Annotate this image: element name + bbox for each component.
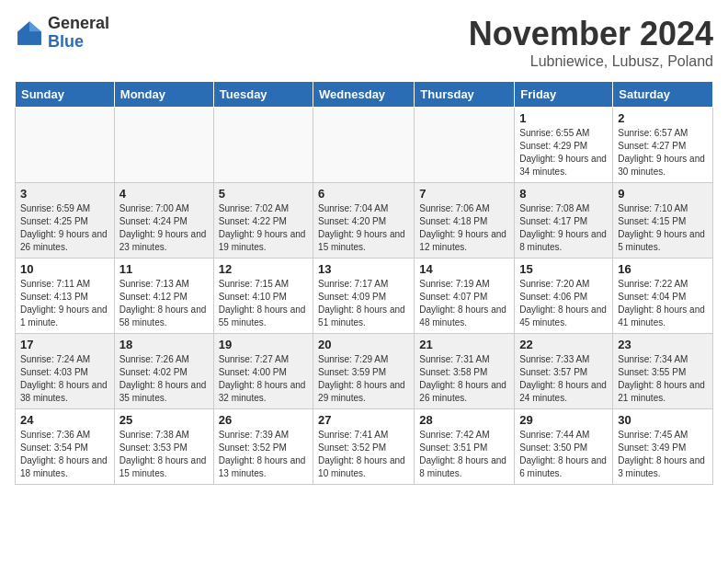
- day-info: Sunrise: 7:38 AM Sunset: 3:53 PM Dayligh…: [119, 429, 209, 480]
- calendar-day-cell: 19Sunrise: 7:27 AM Sunset: 4:00 PM Dayli…: [213, 334, 313, 409]
- day-number: 4: [119, 187, 209, 201]
- svg-marker-1: [29, 21, 41, 31]
- day-number: 17: [20, 338, 109, 351]
- day-number: 20: [318, 338, 409, 351]
- calendar-day-cell: 10Sunrise: 7:11 AM Sunset: 4:13 PM Dayli…: [16, 259, 115, 334]
- day-info: Sunrise: 7:34 AM Sunset: 3:55 PM Dayligh…: [618, 353, 708, 405]
- title-area: November 2024 Lubniewice, Lubusz, Poland: [469, 15, 713, 70]
- day-info: Sunrise: 7:31 AM Sunset: 3:58 PM Dayligh…: [419, 353, 509, 405]
- day-info: Sunrise: 7:17 AM Sunset: 4:09 PM Dayligh…: [318, 278, 409, 329]
- calendar-day-cell: 6Sunrise: 7:04 AM Sunset: 4:20 PM Daylig…: [313, 183, 415, 259]
- calendar-day-cell: 15Sunrise: 7:20 AM Sunset: 4:06 PM Dayli…: [515, 259, 613, 334]
- calendar-day-cell: 16Sunrise: 7:22 AM Sunset: 4:04 PM Dayli…: [613, 259, 713, 334]
- calendar-day-cell: 17Sunrise: 7:24 AM Sunset: 4:03 PM Dayli…: [16, 334, 115, 409]
- calendar-day-cell: 8Sunrise: 7:08 AM Sunset: 4:17 PM Daylig…: [515, 183, 613, 259]
- weekday-header-sunday: Sunday: [16, 82, 115, 108]
- calendar-week-row: 10Sunrise: 7:11 AM Sunset: 4:13 PM Dayli…: [16, 259, 713, 334]
- day-info: Sunrise: 7:20 AM Sunset: 4:06 PM Dayligh…: [519, 278, 608, 329]
- calendar-day-cell: 20Sunrise: 7:29 AM Sunset: 3:59 PM Dayli…: [313, 334, 415, 409]
- day-number: 27: [318, 413, 409, 427]
- day-number: 15: [519, 262, 608, 276]
- calendar-day-cell: [16, 108, 115, 183]
- calendar-day-cell: 13Sunrise: 7:17 AM Sunset: 4:09 PM Dayli…: [313, 259, 415, 334]
- calendar-day-cell: 7Sunrise: 7:06 AM Sunset: 4:18 PM Daylig…: [415, 183, 515, 259]
- day-number: 13: [318, 262, 409, 276]
- day-number: 6: [318, 187, 409, 201]
- day-number: 7: [419, 187, 509, 201]
- day-number: 22: [519, 338, 608, 351]
- day-number: 25: [119, 413, 209, 427]
- calendar-week-row: 24Sunrise: 7:36 AM Sunset: 3:54 PM Dayli…: [16, 409, 713, 485]
- calendar-day-cell: 24Sunrise: 7:36 AM Sunset: 3:54 PM Dayli…: [16, 409, 115, 485]
- day-number: 14: [419, 262, 509, 276]
- day-info: Sunrise: 6:55 AM Sunset: 4:29 PM Dayligh…: [519, 127, 608, 178]
- day-number: 11: [119, 262, 209, 276]
- calendar-day-cell: [313, 108, 415, 183]
- calendar-day-cell: 25Sunrise: 7:38 AM Sunset: 3:53 PM Dayli…: [114, 409, 213, 485]
- weekday-header-friday: Friday: [515, 82, 613, 108]
- logo: General Blue: [15, 15, 109, 52]
- day-info: Sunrise: 7:27 AM Sunset: 4:00 PM Dayligh…: [219, 353, 308, 405]
- day-info: Sunrise: 7:29 AM Sunset: 3:59 PM Dayligh…: [318, 353, 409, 405]
- calendar-week-row: 3Sunrise: 6:59 AM Sunset: 4:25 PM Daylig…: [16, 183, 713, 259]
- day-number: 2: [618, 111, 708, 125]
- day-number: 1: [519, 111, 608, 125]
- day-info: Sunrise: 7:10 AM Sunset: 4:15 PM Dayligh…: [618, 202, 708, 254]
- weekday-header-saturday: Saturday: [613, 82, 713, 108]
- day-info: Sunrise: 6:59 AM Sunset: 4:25 PM Dayligh…: [20, 202, 109, 254]
- day-info: Sunrise: 7:33 AM Sunset: 3:57 PM Dayligh…: [519, 353, 608, 405]
- day-number: 28: [419, 413, 509, 427]
- svg-rect-2: [17, 31, 41, 44]
- day-number: 8: [519, 187, 608, 201]
- day-info: Sunrise: 7:42 AM Sunset: 3:51 PM Dayligh…: [419, 429, 509, 480]
- calendar-day-cell: 18Sunrise: 7:26 AM Sunset: 4:02 PM Dayli…: [114, 334, 213, 409]
- day-info: Sunrise: 7:08 AM Sunset: 4:17 PM Dayligh…: [519, 202, 608, 254]
- day-info: Sunrise: 7:04 AM Sunset: 4:20 PM Dayligh…: [318, 202, 409, 254]
- weekday-header-tuesday: Tuesday: [213, 82, 313, 108]
- day-info: Sunrise: 7:13 AM Sunset: 4:12 PM Dayligh…: [119, 278, 209, 329]
- calendar-day-cell: 21Sunrise: 7:31 AM Sunset: 3:58 PM Dayli…: [415, 334, 515, 409]
- day-info: Sunrise: 7:22 AM Sunset: 4:04 PM Dayligh…: [618, 278, 708, 329]
- location: Lubniewice, Lubusz, Poland: [469, 53, 713, 70]
- month-title: November 2024: [469, 15, 713, 53]
- day-number: 21: [419, 338, 509, 351]
- calendar-day-cell: [415, 108, 515, 183]
- weekday-header-thursday: Thursday: [415, 82, 515, 108]
- day-number: 26: [219, 413, 308, 427]
- calendar-day-cell: [114, 108, 213, 183]
- calendar-day-cell: 5Sunrise: 7:02 AM Sunset: 4:22 PM Daylig…: [213, 183, 313, 259]
- logo-text: General Blue: [48, 15, 109, 52]
- day-info: Sunrise: 7:11 AM Sunset: 4:13 PM Dayligh…: [20, 278, 109, 329]
- calendar-day-cell: 27Sunrise: 7:41 AM Sunset: 3:52 PM Dayli…: [313, 409, 415, 485]
- day-info: Sunrise: 6:57 AM Sunset: 4:27 PM Dayligh…: [618, 127, 708, 178]
- day-number: 9: [618, 187, 708, 201]
- calendar-day-cell: 2Sunrise: 6:57 AM Sunset: 4:27 PM Daylig…: [613, 108, 713, 183]
- day-number: 12: [219, 262, 308, 276]
- calendar-day-cell: 4Sunrise: 7:00 AM Sunset: 4:24 PM Daylig…: [114, 183, 213, 259]
- calendar-day-cell: 12Sunrise: 7:15 AM Sunset: 4:10 PM Dayli…: [213, 259, 313, 334]
- calendar-week-row: 17Sunrise: 7:24 AM Sunset: 4:03 PM Dayli…: [16, 334, 713, 409]
- weekday-header-monday: Monday: [114, 82, 213, 108]
- weekday-header-wednesday: Wednesday: [313, 82, 415, 108]
- logo-general-text: General: [48, 15, 109, 33]
- page-header: General Blue November 2024 Lubniewice, L…: [15, 15, 713, 70]
- calendar-day-cell: 1Sunrise: 6:55 AM Sunset: 4:29 PM Daylig…: [515, 108, 613, 183]
- calendar-day-cell: [213, 108, 313, 183]
- day-number: 16: [618, 262, 708, 276]
- day-info: Sunrise: 7:15 AM Sunset: 4:10 PM Dayligh…: [219, 278, 308, 329]
- day-number: 30: [618, 413, 708, 427]
- day-info: Sunrise: 7:02 AM Sunset: 4:22 PM Dayligh…: [219, 202, 308, 254]
- day-number: 19: [219, 338, 308, 351]
- calendar-day-cell: 11Sunrise: 7:13 AM Sunset: 4:12 PM Dayli…: [114, 259, 213, 334]
- day-number: 10: [20, 262, 109, 276]
- day-info: Sunrise: 7:19 AM Sunset: 4:07 PM Dayligh…: [419, 278, 509, 329]
- day-info: Sunrise: 7:26 AM Sunset: 4:02 PM Dayligh…: [119, 353, 209, 405]
- day-info: Sunrise: 7:24 AM Sunset: 4:03 PM Dayligh…: [20, 353, 109, 405]
- calendar-day-cell: 23Sunrise: 7:34 AM Sunset: 3:55 PM Dayli…: [613, 334, 713, 409]
- calendar-day-cell: 29Sunrise: 7:44 AM Sunset: 3:50 PM Dayli…: [515, 409, 613, 485]
- day-number: 24: [20, 413, 109, 427]
- day-number: 29: [519, 413, 608, 427]
- logo-blue-text: Blue: [48, 33, 109, 52]
- day-info: Sunrise: 7:45 AM Sunset: 3:49 PM Dayligh…: [618, 429, 708, 480]
- day-info: Sunrise: 7:36 AM Sunset: 3:54 PM Dayligh…: [20, 429, 109, 480]
